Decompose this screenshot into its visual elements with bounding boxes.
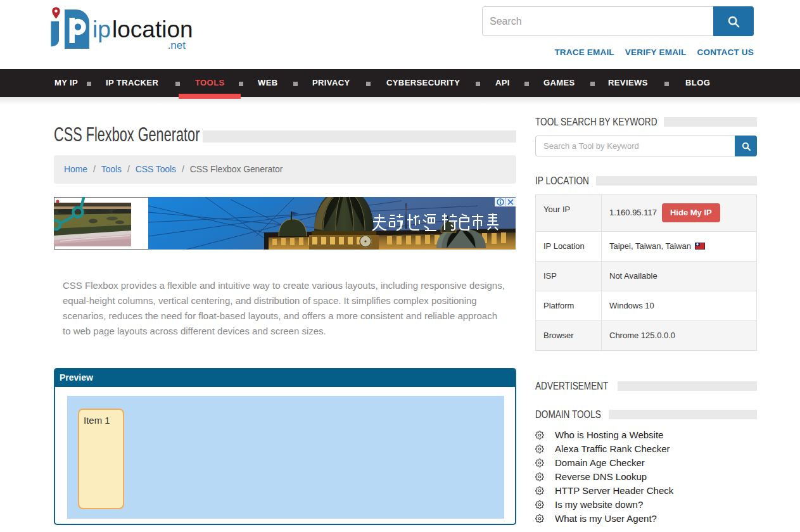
svg-text:location: location	[112, 16, 193, 42]
svg-text:ip: ip	[92, 16, 111, 42]
